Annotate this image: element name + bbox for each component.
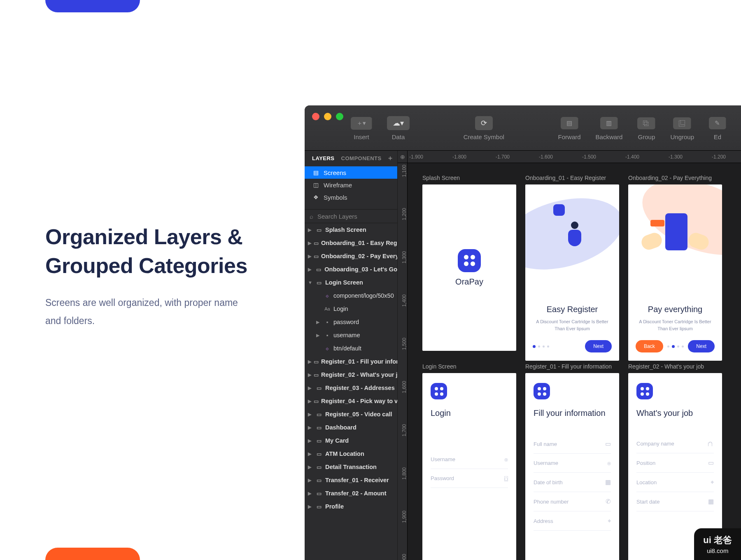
search-icon: ⌕	[310, 213, 313, 220]
layer-type-icon: ▭	[315, 504, 323, 510]
layer-row[interactable]: AaLogin	[305, 302, 397, 315]
canvas[interactable]: Splash Screen OraPay Onboarding_01 - Eas…	[408, 163, 741, 560]
calendar-icon: ▦	[605, 478, 611, 486]
expand-arrow-icon[interactable]: ▶	[308, 464, 313, 470]
layer-row[interactable]: ▶▪username	[305, 329, 397, 342]
tab-components[interactable]: COMPONENTS	[338, 155, 385, 161]
back-button[interactable]: Back	[636, 340, 663, 352]
layer-row[interactable]: ▶▭Onboarding_01 - Easy Register	[305, 236, 397, 250]
next-button[interactable]: Next	[585, 340, 612, 352]
phone-field[interactable]: Phone number✆	[534, 492, 611, 511]
add-page-icon[interactable]: ＋	[385, 154, 396, 163]
expand-arrow-icon[interactable]: ▶	[308, 491, 313, 496]
toolbar-forward[interactable]: ▤Forward	[551, 105, 588, 150]
artboard-onboarding-1[interactable]: Onboarding_01 - Easy Register Easy Regis…	[525, 175, 619, 351]
layer-row[interactable]: ▶▭My Card	[305, 434, 397, 447]
expand-arrow-icon[interactable]: ▶	[308, 240, 311, 246]
layer-row[interactable]: ⟐component/logo/50x50	[305, 289, 397, 302]
expand-arrow-icon[interactable]: ▶	[308, 438, 313, 443]
calendar-icon: ▦	[708, 498, 714, 505]
edit-icon: ✎	[709, 117, 726, 129]
username-field[interactable]: Username⍟	[534, 454, 611, 473]
expand-arrow-icon[interactable]: ▶	[308, 451, 313, 457]
expand-arrow-icon[interactable]: ▶	[308, 385, 313, 391]
expand-arrow-icon[interactable]: ▶	[308, 372, 311, 378]
artboard-splash[interactable]: Splash Screen OraPay	[422, 175, 516, 351]
ruler-vertical: 1,1001,2001,3001,4001,5001,6001,7001,800…	[398, 163, 408, 560]
expand-arrow-icon[interactable]: ▶	[308, 399, 311, 404]
layer-row[interactable]: ▶▭Onboarding_02 - Pay Everythi…	[305, 250, 397, 263]
expand-arrow-icon[interactable]: ▶	[308, 425, 313, 430]
layer-row[interactable]: ▼▭Login Screen	[305, 276, 397, 289]
next-button[interactable]: Next	[688, 340, 715, 352]
layer-row[interactable]: ▶▭Register_05 - Video call	[305, 408, 397, 421]
expand-arrow-icon[interactable]: ▶	[308, 412, 313, 417]
expand-arrow-icon[interactable]: ▶	[308, 267, 312, 272]
password-field[interactable]: Password⌼	[431, 469, 508, 488]
layer-type-icon: ▭	[315, 464, 323, 470]
company-field[interactable]: Company name⛫	[636, 434, 714, 453]
expand-arrow-icon[interactable]: ▼	[308, 280, 313, 285]
expand-arrow-icon[interactable]: ▶	[308, 254, 311, 259]
layer-type-icon: ▭	[314, 240, 319, 246]
position-field[interactable]: Position▭	[636, 453, 714, 473]
promo-subtext: Screens are well organized, with proper …	[45, 294, 272, 330]
ungroup-icon: ⿺	[673, 117, 691, 129]
layer-row[interactable]: ▶▭Onboarding_03 - Let's Go	[305, 263, 397, 276]
layer-row[interactable]: ▶▭Detail Transaction	[305, 460, 397, 474]
layer-row[interactable]: ▶▭Register_04 - Pick way to verify	[305, 394, 397, 408]
toolbar-create-symbol[interactable]: ⟳ Create Symbol	[456, 105, 512, 150]
layer-row[interactable]: ▶▪password	[305, 315, 397, 329]
ruler-origin[interactable]: ⊕	[398, 151, 408, 163]
decorative-pill-blue	[45, 0, 140, 12]
layer-row[interactable]: ▶▭Transfer_01 - Receiver	[305, 474, 397, 487]
expand-arrow-icon[interactable]: ▶	[316, 333, 321, 338]
toolbar-edit[interactable]: ✎Ed	[701, 105, 734, 150]
toolbar-backward[interactable]: ▥Backward	[588, 105, 630, 150]
orapay-logo-icon	[431, 383, 447, 399]
location-field[interactable]: Location⌖	[636, 473, 714, 492]
fullname-field[interactable]: Full name▭	[534, 434, 611, 454]
close-window-button[interactable]	[312, 113, 319, 120]
layer-row[interactable]: ▶▭Register_01 - Fill your informa…	[305, 355, 397, 368]
toolbar-ungroup[interactable]: ⿺Ungroup	[663, 105, 701, 150]
artboard-login[interactable]: Login Screen Login Username⍟ Password⌼	[422, 363, 516, 560]
layer-row[interactable]: ⟐btn/default	[305, 342, 397, 355]
layer-row[interactable]: ▶▭Register_02 - What's your job	[305, 368, 397, 381]
expand-arrow-icon[interactable]: ▶	[308, 359, 311, 364]
startdate-field[interactable]: Start date▦	[636, 492, 714, 511]
page-symbols[interactable]: ❖Symbols	[305, 191, 397, 203]
chat-bubble-icon	[553, 204, 565, 216]
toolbar-insert[interactable]: ＋▾ Insert	[343, 105, 380, 150]
window-titlebar: ＋▾ Insert ☁︎▾ Data ⟳ Create Symbol ▤Forw…	[305, 105, 741, 151]
toolbar-group[interactable]: ⿻Group	[630, 105, 663, 150]
layer-type-icon: ⟐	[324, 345, 331, 352]
layer-type-icon: ▭	[315, 490, 323, 497]
artboard-onboarding-2[interactable]: Onboarding_02 - Pay Everything Pay every…	[628, 175, 722, 351]
layer-row[interactable]: ▶▭Profile	[305, 500, 397, 513]
username-field[interactable]: Username⍟	[431, 450, 508, 469]
page-screens[interactable]: ▤Screens	[305, 166, 397, 179]
layer-row[interactable]: ▶▭ATM Location	[305, 447, 397, 460]
dob-field[interactable]: Date of birth▦	[534, 473, 611, 492]
zoom-window-button[interactable]	[336, 113, 343, 120]
layer-row[interactable]: ▶▭Dashboard	[305, 421, 397, 434]
toolbar-data[interactable]: ☁︎▾ Data	[380, 105, 417, 150]
minimize-window-button[interactable]	[324, 113, 331, 120]
tab-layers[interactable]: LAYERS	[309, 155, 338, 161]
layer-type-icon: ▭	[315, 425, 323, 431]
building-icon: ⛫	[708, 440, 714, 447]
expand-arrow-icon[interactable]: ▶	[308, 227, 313, 233]
artboard-register-1[interactable]: Register_01 - Fill your information Fill…	[525, 363, 619, 560]
address-field[interactable]: Address⌖	[534, 511, 611, 531]
layer-search[interactable]: ⌕ Search Layers	[305, 209, 397, 223]
expand-arrow-icon[interactable]: ▶	[308, 504, 313, 509]
expand-arrow-icon[interactable]: ▶	[308, 478, 313, 483]
map-pin-icon: ⌖	[711, 478, 714, 486]
layer-row[interactable]: ▶▭Register_03 - Addresses	[305, 381, 397, 394]
layer-row[interactable]: ▶▭Transfer_02 - Amount	[305, 487, 397, 500]
layer-row[interactable]: ▶▭Splash Screen	[305, 223, 397, 236]
page-wireframe[interactable]: ◫Wireframe	[305, 179, 397, 191]
left-panel: LAYERS COMPONENTS ＋ ︿ ▤Screens◫Wireframe…	[305, 151, 398, 560]
expand-arrow-icon[interactable]: ▶	[316, 320, 321, 325]
